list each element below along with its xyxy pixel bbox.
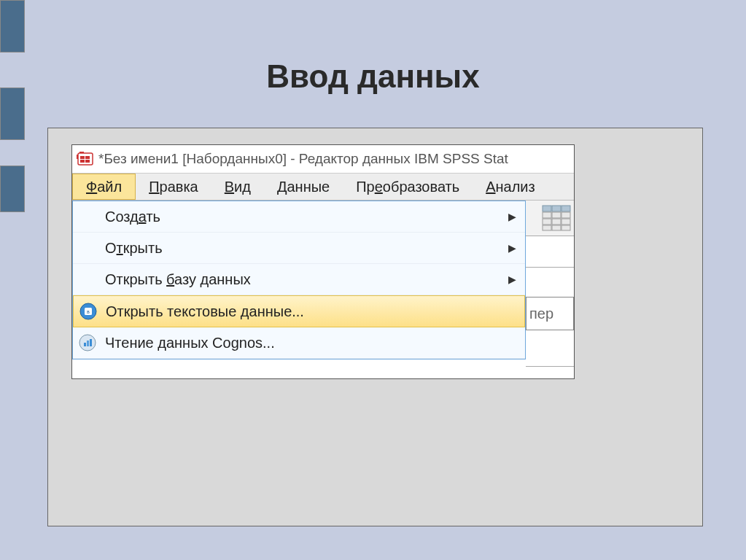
toolbar-fragment xyxy=(526,201,574,236)
menuitem-new[interactable]: Создать ▶ xyxy=(73,201,525,233)
svg-rect-14 xyxy=(562,206,570,211)
file-dropdown: Создать ▶ Открыть ▶ Откр xyxy=(72,201,526,359)
menu-transform-post: образовать xyxy=(383,179,459,195)
svg-rect-11 xyxy=(90,339,92,346)
menu-edit-post: равка xyxy=(160,179,198,195)
menu-transform-underline: е xyxy=(375,179,383,195)
menu-analyze-underline: А xyxy=(486,179,495,195)
grid-cell-fragment: пер xyxy=(526,297,574,330)
menuitem-read-cognos-pre: Чтение данных Co xyxy=(105,335,231,351)
menuitem-open-text-data-label: Открыть текстовые данные... xyxy=(106,303,516,320)
svg-rect-12 xyxy=(543,206,551,211)
menuitem-new-pre: Созд xyxy=(105,209,139,225)
menuitem-open-text-data-pre: Открыть текстовые данные... xyxy=(106,303,304,319)
blank-icon xyxy=(77,206,98,227)
svg-rect-10 xyxy=(87,341,89,346)
menuitem-read-cognos[interactable]: Чтение данных Cognos... xyxy=(73,327,525,359)
menuitem-open-underline: т xyxy=(117,240,123,256)
background-fragment: пер xyxy=(526,201,574,367)
datagrid-icon xyxy=(542,205,571,231)
submenu-arrow-icon: ▶ xyxy=(508,273,516,285)
menuitem-open-post: крыть xyxy=(123,240,163,256)
menu-view-underline: В xyxy=(225,179,234,195)
submenu-arrow-icon: ▶ xyxy=(508,242,516,254)
menuitem-new-underline: а xyxy=(139,209,147,225)
menuitem-read-cognos-underline: g xyxy=(231,335,239,351)
grid-row-fragment-2 xyxy=(526,332,574,367)
menu-file-underline: Ф xyxy=(86,179,97,195)
menuitem-open[interactable]: Открыть ▶ xyxy=(73,233,525,264)
menu-view-post: ид xyxy=(234,179,251,195)
svg-text:в: в xyxy=(87,308,90,315)
svg-rect-2 xyxy=(80,160,85,163)
svg-rect-19 xyxy=(552,219,561,225)
menuitem-open-db-underline: б xyxy=(166,271,174,287)
menuitem-open-db-post: азу данных xyxy=(174,271,251,287)
menuitem-new-label: Создать xyxy=(105,209,508,225)
titlebar: *Без имени1 [Наборданных0] - Редактор да… xyxy=(72,145,574,174)
menu-edit[interactable]: Правка xyxy=(136,174,211,200)
menu-transform-pre: Пр xyxy=(356,179,375,195)
svg-rect-9 xyxy=(84,343,86,346)
svg-rect-4 xyxy=(85,160,90,163)
app-icon xyxy=(77,150,94,168)
blank-icon xyxy=(77,238,98,258)
grid-cell-fragment-text: пер xyxy=(529,306,553,322)
grid-row-fragment xyxy=(526,236,574,268)
svg-rect-13 xyxy=(552,206,561,211)
window-title: *Без имени1 [Наборданных0] - Редактор да… xyxy=(98,151,508,167)
slide-title: Ввод данных xyxy=(0,58,746,95)
menuitem-new-post: ть xyxy=(146,209,160,225)
blank-icon xyxy=(77,269,98,289)
svg-rect-20 xyxy=(562,219,570,225)
svg-rect-15 xyxy=(543,212,551,218)
svg-rect-23 xyxy=(562,225,570,230)
menuitem-open-db-pre: Открыть xyxy=(105,271,166,287)
svg-rect-16 xyxy=(552,212,561,218)
svg-rect-3 xyxy=(85,156,90,159)
menuitem-read-cognos-post: nos... xyxy=(239,335,275,351)
menu-analyze-post: нализ xyxy=(496,179,535,195)
app-window: *Без имени1 [Наборданных0] - Редактор да… xyxy=(71,144,575,379)
menu-file[interactable]: Файл xyxy=(72,174,136,200)
slide-side-accent-1 xyxy=(0,0,25,52)
text-doc-icon: в xyxy=(78,301,98,322)
svg-rect-1 xyxy=(80,156,85,159)
menu-edit-underline: П xyxy=(149,179,159,195)
menuitem-open-pre: О xyxy=(105,240,117,256)
slide-content-area: *Без имени1 [Наборданных0] - Редактор да… xyxy=(47,128,703,526)
menu-file-post: айл xyxy=(97,179,122,195)
submenu-arrow-icon: ▶ xyxy=(508,211,516,222)
menuitem-open-db[interactable]: Открыть базу данных ▶ xyxy=(73,264,525,295)
slide-side-accent-2 xyxy=(0,88,25,140)
svg-rect-18 xyxy=(543,219,551,225)
menu-view[interactable]: Вид xyxy=(211,174,264,200)
chart-icon xyxy=(77,332,98,353)
menu-data-underline: Д xyxy=(277,179,287,195)
svg-rect-21 xyxy=(543,225,551,230)
menuitem-read-cognos-label: Чтение данных Cognos... xyxy=(105,335,516,351)
menu-data-post: анные xyxy=(287,179,330,195)
svg-rect-22 xyxy=(552,225,561,230)
slide-side-accent-3 xyxy=(0,166,25,212)
menuitem-open-label: Открыть xyxy=(105,240,508,257)
menu-analyze[interactable]: Анализ xyxy=(473,174,548,200)
svg-rect-17 xyxy=(562,212,570,218)
menu-transform[interactable]: Преобразовать xyxy=(343,174,473,200)
menuitem-open-text-data[interactable]: в Открыть текстовые данные... xyxy=(73,295,525,327)
menubar: Файл Правка Вид Данные Преобразовать Ана… xyxy=(72,174,574,201)
menuitem-open-db-label: Открыть базу данных xyxy=(105,271,508,288)
menu-data[interactable]: Данные xyxy=(264,174,343,200)
